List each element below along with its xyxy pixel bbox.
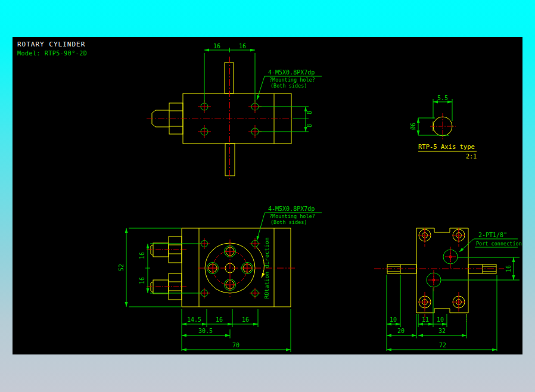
top-note-line2: ?Mounting hole? [269,77,315,83]
axis-detail-view: 5.5 Ø6 RTP-5 Axis type 2:1 [410,95,477,160]
axis-dim-diameter: Ø6 [410,123,416,130]
drawing-title: ROTARY CYLINDER [17,41,85,48]
front-dim-14-5: 14.5 [187,316,201,323]
front-dim-16-upper: 16 [139,252,145,259]
top-dim-8-lower: 8 [306,124,313,127]
front-dim-height: 52 [118,264,125,271]
top-dim-16-left: 16 [213,43,220,49]
top-dim-16-right: 16 [239,43,246,49]
axis-view-label: RTP-5 Axis type [418,143,475,150]
side-dim-11: 11 [422,316,429,323]
side-dim-20: 20 [397,328,405,334]
side-view: 16 10 11 10 20 32 72 2-PT1/8" Port conne… [374,228,522,351]
front-note-line1: 4-M5X0.8PX7dp [268,206,315,212]
cad-canvas: ROTARY CYLINDER Model: RTP5-90°-2D [13,37,522,354]
cad-drawing: ROTARY CYLINDER Model: RTP5-90°-2D [13,37,522,354]
axis-view-scale: 2:1 [466,153,477,160]
side-dim-72: 72 [439,342,446,349]
front-note-line3: (Both sides) [270,219,307,225]
front-dim-30-5: 30.5 [198,328,213,334]
side-note-line1: 2-PT1/8" [478,232,507,238]
side-view-dimensions [387,239,520,351]
front-dim-16-b: 16 [242,316,249,323]
front-note-line2: ?Mounting hole? [269,213,315,219]
side-dim-16: 16 [505,265,512,272]
top-dim-8-upper: 8 [306,111,313,114]
front-view-dimensions [126,213,322,352]
side-dim-10-a: 10 [390,316,397,323]
axis-dim-width: 5.5 [437,95,448,101]
front-dim-16-lower: 16 [139,277,145,284]
side-note-line2: Port connection [476,241,522,247]
title-block: ROTARY CYLINDER Model: RTP5-90°-2D [17,41,87,57]
top-view-annotation: 4-M5X0.8PX7dp ?Mounting hole? (Both side… [268,69,315,89]
top-note-line1: 4-M5X0.8PX7dp [268,69,315,76]
side-dim-10-b: 10 [437,316,444,323]
axis-dimensions [418,99,452,135]
model-label: Model: RTP5-90°-2D [17,50,87,57]
top-view: 16 16 8 8 4-M5X0.8PX7dp ?Mounting hole? … [147,43,322,179]
front-view-annotation: 4-M5X0.8PX7dp ?Mounting hole? (Both side… [268,206,315,225]
side-dim-32: 32 [438,328,446,334]
front-dim-16-a: 16 [216,316,223,323]
front-view: 52 16 16 ROtation direction 14.5 16 16 3… [118,206,322,352]
top-note-line3: (Both sides) [270,83,307,89]
front-dim-70: 70 [232,342,239,349]
rotation-direction-label: ROtation direction [263,238,270,299]
